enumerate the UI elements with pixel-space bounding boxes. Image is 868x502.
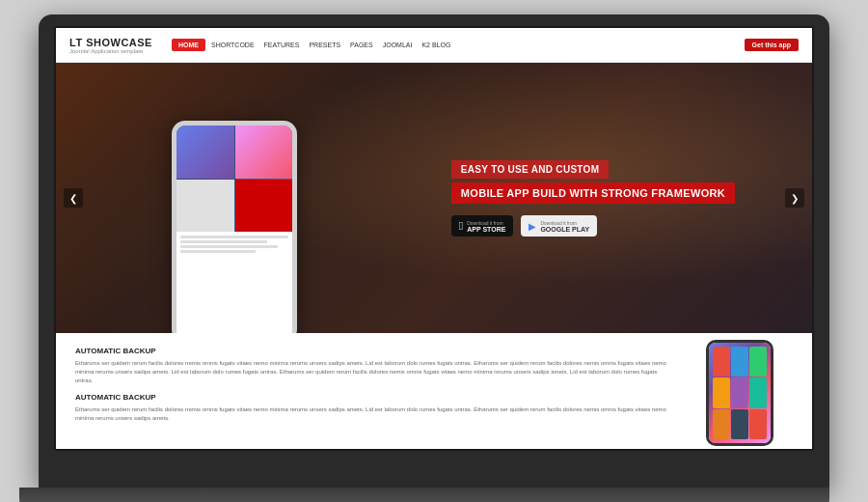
phone-text-4 [180,250,256,253]
cp-cell-6 [749,377,767,407]
cp-cell-5 [731,377,748,407]
app-store-text: Download it from APP STORE [467,220,505,233]
cp-cell-9 [749,409,767,439]
phone-screen-bottom [176,232,292,333]
nav-links: SHORTCODE FEATURES PRESETS PAGES JOOMLAI… [211,42,745,48]
content-section: AUTOMATIC BACKUP Etharums ser quidem rer… [56,333,812,449]
brand-subtitle: Joomla! Application template [69,48,152,54]
home-button[interactable]: HOME [172,39,205,51]
nav-shortcode[interactable]: SHORTCODE [211,42,255,48]
nav-joomlai[interactable]: JOOMLAI [383,42,413,48]
phone-text-3 [180,245,278,248]
nav-pages[interactable]: PAGES [350,42,373,48]
nav-k2blog[interactable]: K2 BLOG [421,42,450,48]
laptop-base [19,488,829,502]
phone-cell-2 [235,126,293,179]
phone-screen-top [176,126,292,232]
phone-screen [176,126,292,333]
content-phone-mockup [706,340,773,446]
phone-cell-3 [176,180,234,233]
cp-cell-2 [731,347,748,376]
hero-phone-mockup [172,121,297,333]
website-content: LT SHOWCASE Joomla! Application template… [56,28,812,449]
phone-cell-1 [176,126,234,179]
play-icon: ▶ [529,221,536,232]
get-app-button[interactable]: Get this app [745,39,799,51]
app-store-name: APP STORE [467,226,505,233]
gplay-name: GOOGLE PLAY [540,226,589,233]
content-left-column: AUTOMATIC BACKUP Etharums ser quidem rer… [75,347,667,439]
content-right-column [687,347,793,439]
google-play-button[interactable]: ▶ Download it from GOOGLE PLAY [521,215,597,237]
cp-cell-3 [749,347,767,376]
laptop-frame: LT SHOWCASE Joomla! Application template… [39,14,829,488]
hero-section: ❮ ❯ [56,63,812,333]
nav-features[interactable]: FEATURES [264,42,300,48]
hero-main-title: MOBILE APP BUILD WITH STRONG FRAMEWORK [451,182,735,204]
nav-brand: LT SHOWCASE Joomla! Application template [69,37,152,54]
laptop-screen: LT SHOWCASE Joomla! Application template… [54,26,814,451]
content-heading-1: AUTOMATIC BACKUP [75,347,667,355]
hero-prev-arrow[interactable]: ❮ [64,188,83,208]
cp-cell-4 [713,377,730,407]
brand-title: LT SHOWCASE [69,37,152,48]
hero-tag-text: EASY TO USE AND CUSTOM [451,160,609,179]
cp-cell-7 [713,409,730,439]
app-store-button[interactable]:  Download it from APP STORE [451,215,514,237]
content-heading-2: AUTOMATIC BACKUP [75,393,667,402]
phone-cell-4 [235,180,293,233]
content-text-2: Etharums ser quidem rerum facilis dolore… [75,405,667,423]
content-phone-screen [709,343,771,443]
phone-text-1 [180,236,288,238]
cp-cell-1 [713,347,730,376]
cp-cell-8 [731,409,748,439]
apple-icon:  [459,219,463,233]
phone-text-2 [180,240,267,243]
hero-next-arrow[interactable]: ❯ [785,188,804,208]
content-text-1: Etharums ser quidem rerum facilis dolore… [75,359,667,385]
nav-bar: LT SHOWCASE Joomla! Application template… [56,28,812,63]
gplay-text: Download it from GOOGLE PLAY [540,220,589,233]
hero-text-block: EASY TO USE AND CUSTOM MOBILE APP BUILD … [451,159,735,237]
nav-presets[interactable]: PRESETS [309,42,340,48]
store-buttons-group:  Download it from APP STORE ▶ Download … [451,215,735,237]
